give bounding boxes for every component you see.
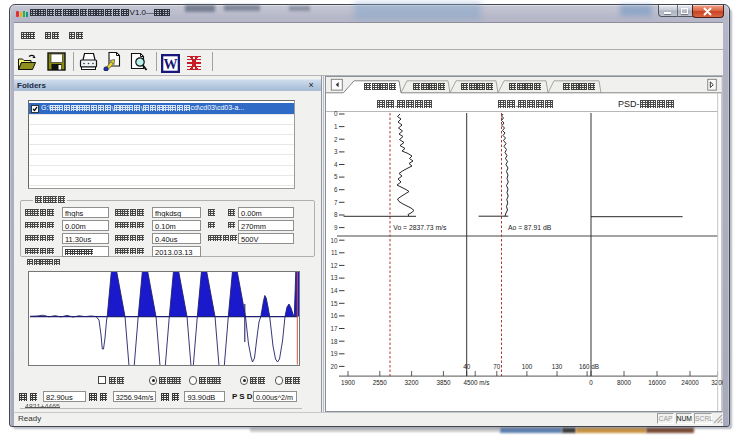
svg-text:13: 13 — [330, 274, 338, 281]
svg-text:16000: 16000 — [648, 378, 666, 385]
svg-text:12: 12 — [330, 261, 338, 268]
svg-text:2: 2 — [334, 135, 338, 142]
svg-text:8: 8 — [334, 211, 338, 218]
svg-text:15: 15 — [330, 299, 338, 306]
svg-text:160 dB: 160 dB — [579, 362, 599, 369]
svg-text:14: 14 — [330, 287, 338, 294]
svg-text:11: 11 — [331, 249, 338, 256]
svg-text:Vo = 2837.73 m/s: Vo = 2837.73 m/s — [393, 223, 447, 230]
svg-text:40: 40 — [463, 362, 471, 369]
svg-text:20: 20 — [330, 362, 338, 369]
svg-text:24000: 24000 — [681, 378, 699, 385]
svg-text:5: 5 — [334, 173, 338, 180]
svg-text:1900: 1900 — [341, 378, 356, 385]
svg-text:100: 100 — [522, 362, 533, 369]
svg-text:16: 16 — [330, 312, 338, 319]
svg-text:17: 17 — [330, 324, 338, 331]
svg-text:Ao = 87.91 dB: Ao = 87.91 dB — [508, 223, 552, 230]
svg-text:3850: 3850 — [436, 378, 451, 385]
svg-text:19: 19 — [330, 350, 338, 357]
svg-text:70: 70 — [493, 362, 501, 369]
svg-text:6: 6 — [334, 186, 338, 193]
svg-text:9: 9 — [334, 223, 338, 230]
svg-text:W: W — [164, 57, 178, 72]
svg-text:32000: 32000 — [711, 378, 722, 385]
svg-text:4: 4 — [334, 160, 338, 167]
svg-text:18: 18 — [330, 337, 338, 344]
svg-text:4500 m/s: 4500 m/s — [464, 378, 490, 385]
svg-text:3200: 3200 — [405, 378, 420, 385]
svg-text:130: 130 — [552, 362, 563, 369]
svg-text:0: 0 — [334, 110, 338, 117]
svg-text:7: 7 — [334, 198, 338, 205]
svg-text:10: 10 — [330, 236, 338, 243]
svg-text:8000: 8000 — [617, 378, 632, 385]
svg-text:0: 0 — [589, 378, 593, 385]
svg-text:1: 1 — [334, 122, 338, 129]
svg-text:2550: 2550 — [373, 378, 388, 385]
svg-text:3: 3 — [334, 148, 338, 155]
